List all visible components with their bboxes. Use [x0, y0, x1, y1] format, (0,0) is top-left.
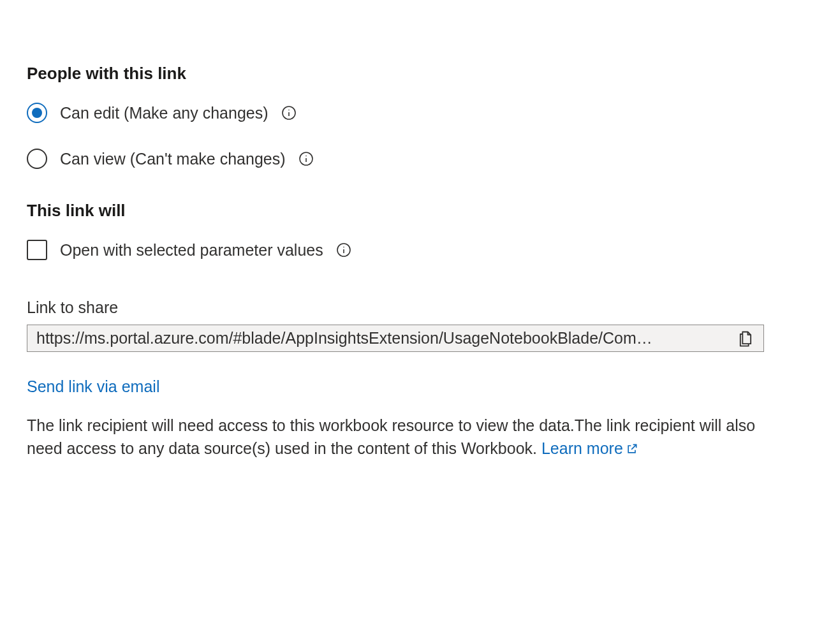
footer-description: The link recipient will need access to t… — [27, 414, 764, 460]
checkbox-open-params-label: Open with selected parameter values — [60, 241, 323, 260]
radio-inner-dot — [32, 108, 42, 118]
radio-can-edit[interactable] — [27, 103, 47, 123]
footer-description-text: The link recipient will need access to t… — [27, 416, 755, 457]
learn-more-link[interactable]: Learn more — [541, 439, 638, 457]
link-will-heading: This link will — [27, 201, 804, 221]
copy-icon[interactable] — [737, 330, 754, 348]
svg-point-4 — [305, 156, 307, 157]
info-icon[interactable] — [336, 242, 351, 258]
learn-more-label: Learn more — [541, 439, 623, 457]
info-icon[interactable] — [281, 105, 297, 121]
external-link-icon — [626, 443, 638, 455]
link-to-share-label: Link to share — [27, 298, 804, 317]
svg-point-7 — [343, 247, 344, 248]
share-url-input[interactable] — [36, 329, 729, 348]
radio-can-view[interactable] — [27, 149, 47, 169]
radio-row-can-view[interactable]: Can view (Can't make changes) — [27, 149, 804, 169]
info-icon[interactable] — [298, 151, 314, 166]
link-input-container — [27, 325, 764, 352]
radio-can-edit-label: Can edit (Make any changes) — [60, 104, 268, 122]
permissions-radio-group: Can edit (Make any changes) Can view (Ca… — [27, 103, 804, 169]
svg-point-1 — [288, 110, 290, 111]
radio-row-can-edit[interactable]: Can edit (Make any changes) — [27, 103, 804, 123]
send-email-link[interactable]: Send link via email — [27, 377, 159, 396]
checkbox-row-open-params[interactable]: Open with selected parameter values — [27, 240, 804, 260]
checkbox-open-params[interactable] — [27, 240, 47, 260]
radio-can-view-label: Can view (Can't make changes) — [60, 150, 286, 168]
permissions-heading: People with this link — [27, 64, 804, 84]
